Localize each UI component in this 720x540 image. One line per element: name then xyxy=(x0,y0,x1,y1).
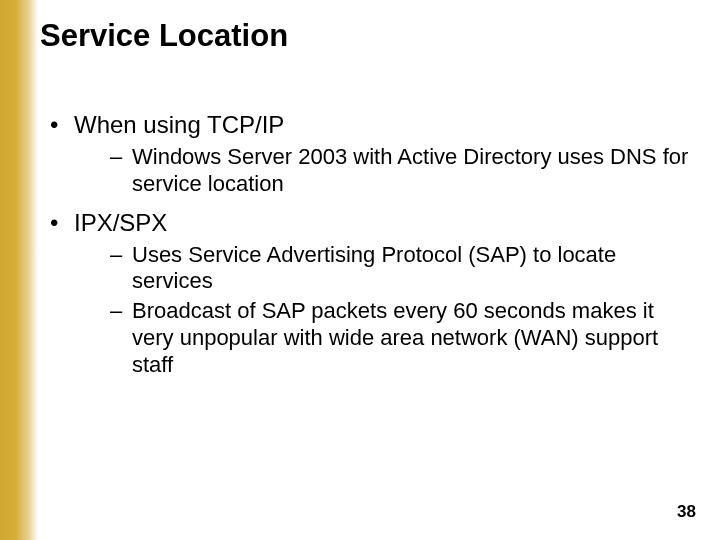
slide-content: Service Location When using TCP/IP Windo… xyxy=(40,18,700,389)
sub-bullet-list: Uses Service Advertising Protocol (SAP) … xyxy=(74,242,700,379)
bullet-text: IPX/SPX xyxy=(74,209,167,236)
slide-title: Service Location xyxy=(40,18,700,54)
bullet-item: When using TCP/IP Windows Server 2003 wi… xyxy=(50,110,700,198)
bullet-item: IPX/SPX Uses Service Advertising Protoco… xyxy=(50,208,700,379)
sub-bullet-item: Windows Server 2003 with Active Director… xyxy=(110,144,700,198)
main-bullet-list: When using TCP/IP Windows Server 2003 wi… xyxy=(40,110,700,379)
bullet-text: When using TCP/IP xyxy=(74,111,284,138)
decorative-sidebar xyxy=(0,0,38,540)
sub-bullet-item: Broadcast of SAP packets every 60 second… xyxy=(110,298,700,378)
sub-bullet-item: Uses Service Advertising Protocol (SAP) … xyxy=(110,242,700,296)
page-number: 38 xyxy=(677,502,696,522)
sub-bullet-list: Windows Server 2003 with Active Director… xyxy=(74,144,700,198)
